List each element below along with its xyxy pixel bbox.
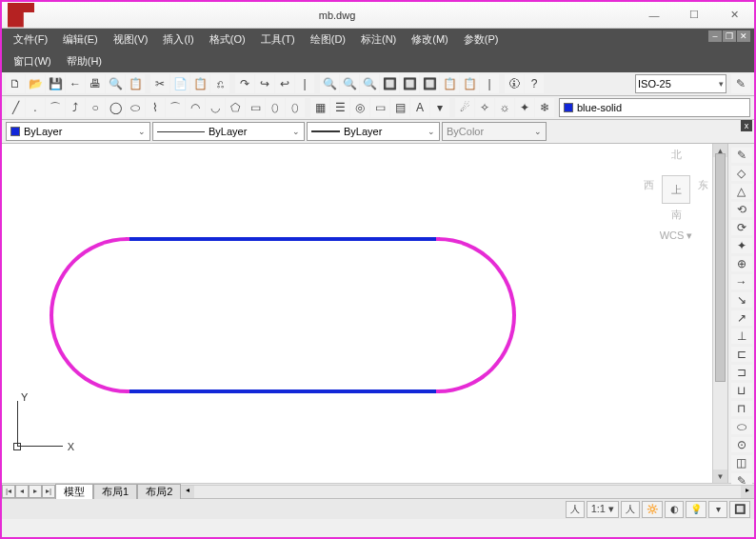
menu-tools[interactable]: 工具(T) [253, 30, 303, 50]
revcloud-icon[interactable]: ◠ [186, 98, 205, 117]
side-mirror-icon[interactable]: △ [731, 184, 752, 199]
dimstyle-edit-icon[interactable]: ✎ [731, 74, 750, 93]
color-dropdown[interactable]: ByLayer⌄ [6, 122, 150, 141]
redo2-icon[interactable]: | [295, 74, 314, 93]
tab-first-button[interactable]: |◂ [2, 485, 15, 498]
props-icon[interactable]: 🛈 [505, 74, 524, 93]
ellipse-icon[interactable]: ⬭ [126, 98, 145, 117]
vp3-icon[interactable]: 📋 [440, 74, 459, 93]
tab-next-button[interactable]: ▸ [29, 485, 42, 498]
status-annovis-icon[interactable]: 🔆 [642, 501, 663, 518]
tab-layout2[interactable]: 布局2 [137, 484, 181, 499]
ellipse2-icon[interactable]: ⬯ [266, 98, 285, 117]
status-clean-icon[interactable]: 🔲 [729, 501, 750, 518]
tab-prev-button[interactable]: ◂ [15, 485, 29, 498]
menu-window[interactable]: 窗口(W) [6, 51, 59, 71]
menu-modify[interactable]: 修改(M) [404, 30, 456, 50]
text-drop-icon[interactable]: ▾ [430, 98, 449, 117]
menu-insert[interactable]: 插入(I) [155, 30, 201, 50]
zoomprev-icon[interactable]: 🔲 [380, 74, 399, 93]
side-array-icon[interactable]: ◫ [731, 455, 752, 470]
menu-file[interactable]: 文件(F) [6, 30, 55, 50]
plotstyle-dropdown[interactable]: ByColor⌄ [442, 122, 547, 141]
help-icon[interactable]: ? [525, 74, 544, 93]
drawing-canvas[interactable]: X Y 北 西 上 东 南 WCS ▾ [2, 144, 712, 483]
vp1-icon[interactable]: 🔲 [400, 74, 419, 93]
scroll-thumb[interactable] [715, 153, 726, 382]
layer-sun-icon[interactable]: ☼ [495, 98, 514, 117]
pan-icon[interactable]: 🔍 [320, 74, 339, 93]
side-fillet-icon[interactable]: ⬭ [731, 419, 752, 434]
arc-icon[interactable]: ⤴ [66, 98, 85, 117]
sheet2-icon[interactable]: | [480, 74, 499, 93]
revcloud2-icon[interactable]: ◡ [206, 98, 225, 117]
print-icon[interactable]: 🖶 [86, 74, 105, 93]
new-icon[interactable]: 🗋 [6, 74, 25, 93]
status-scale-button[interactable]: 1:1 ▾ [587, 501, 619, 518]
spline-icon[interactable]: ⌇ [146, 98, 165, 117]
back-icon[interactable]: ← [66, 74, 85, 93]
side-diamond-icon[interactable]: ◇ [731, 166, 752, 181]
scroll-left-arrow-icon[interactable]: ◂ [181, 486, 194, 498]
tab-layout1[interactable]: 布局1 [93, 484, 137, 499]
line-icon[interactable]: ╱ [6, 98, 25, 117]
menu-format[interactable]: 格式(O) [202, 30, 253, 50]
preview-icon[interactable]: 🔍 [106, 74, 125, 93]
lineweight-dropdown[interactable]: ByLayer⌄ [307, 122, 440, 141]
layer-lock-icon[interactable]: ❄ [535, 98, 554, 117]
region-icon[interactable]: ◎ [350, 98, 369, 117]
paste-icon[interactable]: 📋 [190, 74, 209, 93]
zoomwin-icon[interactable]: 🔍 [360, 74, 379, 93]
viewcube-top-face[interactable]: 上 [662, 175, 690, 204]
side-extend-icon[interactable]: ⊥ [731, 329, 752, 344]
maximize-button[interactable]: ☐ [674, 5, 714, 26]
mdi-restore-button[interactable]: ❐ [723, 30, 736, 42]
tab-last-button[interactable]: ▸| [42, 485, 55, 498]
undo2-icon[interactable]: ↩ [275, 74, 294, 93]
vertical-scrollbar[interactable]: ▲ ▼ [712, 144, 727, 483]
side-stretch-icon[interactable]: ↘ [731, 292, 752, 308]
sheet1-icon[interactable]: 📋 [460, 74, 479, 93]
mdi-close-button[interactable]: ✕ [737, 30, 750, 42]
matchprop-icon[interactable]: ⎌ [210, 74, 229, 93]
wcs-dropdown[interactable]: WCS ▾ [644, 230, 708, 242]
layer-freeze-icon[interactable]: ✦ [515, 98, 534, 117]
boundary-icon[interactable]: ▭ [370, 98, 389, 117]
side-scale-icon[interactable]: → [731, 274, 752, 289]
undo-icon[interactable]: ↷ [235, 74, 254, 93]
linetype-dropdown[interactable]: ByLayer⌄ [152, 122, 305, 141]
cut-icon[interactable]: ✂ [150, 74, 169, 93]
side-rotate-icon[interactable]: ⟲ [731, 202, 752, 217]
side-move-icon[interactable]: ✦ [731, 238, 752, 253]
side-trim-icon[interactable]: ↗ [731, 310, 752, 326]
open-icon[interactable]: 📂 [26, 74, 45, 93]
hatch-icon[interactable]: ▦ [310, 98, 329, 117]
zoom-icon[interactable]: 🔍 [340, 74, 359, 93]
status-ws-icon[interactable]: ◐ [665, 501, 684, 518]
side-break2-icon[interactable]: ⊐ [731, 365, 752, 380]
text-icon[interactable]: A [410, 98, 429, 117]
menu-parametric[interactable]: 参数(P) [456, 30, 507, 50]
side-rotate2-icon[interactable]: ⟳ [731, 220, 752, 235]
copy-icon[interactable]: 📄 [170, 74, 189, 93]
mdi-minimize-button[interactable]: – [708, 30, 722, 42]
vp2-icon[interactable]: 🔲 [420, 74, 439, 93]
point-icon[interactable]: . [26, 98, 45, 117]
ellipsearc-icon[interactable]: ⬯ [286, 98, 305, 117]
close-button[interactable]: ✕ [714, 5, 754, 26]
redo-icon[interactable]: ↪ [255, 74, 274, 93]
polygon-icon[interactable]: ⬠ [226, 98, 245, 117]
horizontal-scrollbar[interactable]: ◂ ▸ [181, 485, 754, 498]
view-cube[interactable]: 北 西 上 东 南 WCS ▾ [644, 148, 708, 243]
save-icon[interactable]: 💾 [46, 74, 65, 93]
side-pencil-icon[interactable]: ✎ [731, 148, 752, 163]
props-close-button[interactable]: x [741, 120, 752, 131]
table-icon[interactable]: ▤ [390, 98, 409, 117]
side-break-icon[interactable]: ⊏ [731, 347, 752, 362]
menu-edit[interactable]: 编辑(E) [55, 30, 106, 50]
polyline-icon[interactable]: ⌒ [46, 98, 65, 117]
scroll-down-arrow-icon[interactable]: ▼ [713, 469, 727, 483]
circle-icon[interactable]: ○ [86, 98, 105, 117]
side-join-icon[interactable]: ⊔ [731, 383, 752, 398]
menu-view[interactable]: 视图(V) [106, 30, 156, 50]
